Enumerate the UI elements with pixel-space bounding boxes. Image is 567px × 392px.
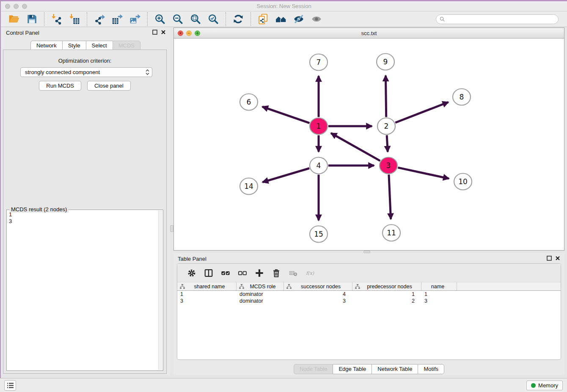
- table-panel-tabs: Node TableEdge TableNetwork TableMotifs: [173, 364, 564, 374]
- graph-node-4[interactable]: 4: [310, 157, 328, 174]
- graph-node-1[interactable]: 1: [310, 118, 328, 135]
- column-header-shared-name[interactable]: shared name: [177, 282, 237, 290]
- node-label: 4: [317, 161, 321, 170]
- save-floppy-icon: [26, 14, 37, 25]
- table-row[interactable]: 3dominator323: [177, 298, 561, 304]
- control-panel-header: Control Panel: [1, 27, 170, 38]
- search-input[interactable]: [447, 16, 555, 22]
- node-label: 14: [244, 182, 253, 190]
- graph-edge-2-8[interactable]: [395, 102, 448, 123]
- memory-status-icon: [531, 383, 536, 388]
- tab-edge-table[interactable]: Edge Table: [333, 364, 372, 374]
- graph-node-9[interactable]: 9: [377, 54, 394, 70]
- toolbar-separator: [147, 12, 148, 26]
- tab-motifs[interactable]: Motifs: [418, 364, 444, 374]
- mcds-result-list[interactable]: 1 3: [9, 211, 157, 225]
- float-panel-icon[interactable]: [547, 256, 552, 261]
- add-column-button[interactable]: [253, 267, 266, 279]
- new-network-from-selection-button[interactable]: [257, 13, 270, 25]
- close-panel-icon[interactable]: [161, 30, 166, 35]
- table-cell: 2: [352, 298, 421, 304]
- graph-edge-4-14[interactable]: [262, 168, 309, 182]
- export-image-button[interactable]: [129, 13, 141, 25]
- graph-edge-3-10[interactable]: [398, 168, 449, 179]
- network-view-window: × − + scc.txt 7968124314101511: [173, 28, 564, 251]
- import-table-button[interactable]: [68, 13, 81, 25]
- graph-node-7[interactable]: 7: [310, 54, 328, 71]
- unchecked-boxes-icon: [238, 268, 247, 278]
- node-label: 8: [460, 93, 464, 101]
- graph-node-15[interactable]: 15: [310, 226, 328, 243]
- open-session-button[interactable]: [8, 13, 20, 25]
- home-pair-button[interactable]: [275, 13, 287, 25]
- table-row[interactable]: 1dominator411: [177, 291, 561, 298]
- table-cell: 1: [421, 291, 457, 298]
- column-type-icon: [355, 284, 361, 290]
- column-header-successor-nodes[interactable]: successor nodes: [284, 282, 352, 290]
- graph-edge-1-6[interactable]: [262, 107, 309, 123]
- optimization-criterion-select[interactable]: strongly connected component: [20, 67, 152, 77]
- graph-node-6[interactable]: 6: [240, 94, 258, 110]
- column-header-predecessor-nodes[interactable]: predecessor nodes: [352, 282, 421, 290]
- graph-edge-3-11[interactable]: [389, 174, 391, 219]
- column-label: predecessor nodes: [361, 284, 421, 290]
- vertical-splitter-handle[interactable]: [170, 225, 173, 232]
- table-cell: dominator: [237, 291, 284, 298]
- graph-node-14[interactable]: 14: [240, 178, 258, 195]
- node-label: 1: [317, 122, 321, 130]
- table-cell: 3: [177, 298, 237, 304]
- close-panel-icon[interactable]: [555, 256, 560, 261]
- tab-network-table[interactable]: Network Table: [372, 364, 418, 374]
- import-network-button[interactable]: [50, 13, 63, 25]
- show-visual-properties-button[interactable]: [310, 13, 323, 25]
- vertical-splitter[interactable]: [170, 27, 173, 375]
- mcds-tab-content: Optimization criterion: strongly connect…: [3, 50, 167, 374]
- node-label: 6: [247, 98, 251, 106]
- select-all-columns-button[interactable]: [219, 267, 232, 279]
- main-toolbar: [1, 11, 567, 27]
- network-canvas[interactable]: 7968124314101511: [174, 39, 564, 250]
- split-table-button[interactable]: [202, 267, 215, 279]
- graph-node-10[interactable]: 10: [454, 174, 472, 190]
- graph-edge-3-1[interactable]: [331, 133, 380, 161]
- export-image-icon: [129, 14, 140, 25]
- import-table-icon: [69, 14, 80, 25]
- graph-node-3[interactable]: 3: [380, 157, 397, 174]
- table-cell: 1: [352, 291, 421, 298]
- result-scrollbar[interactable]: [158, 210, 162, 370]
- graph-node-11[interactable]: 11: [383, 225, 400, 241]
- zoom-in-button[interactable]: [154, 13, 166, 25]
- zoom-out-button[interactable]: [171, 13, 184, 25]
- search-icon: [440, 17, 445, 22]
- float-panel-icon[interactable]: [152, 30, 157, 35]
- show-panels-button[interactable]: [4, 380, 16, 391]
- apply-layout-button[interactable]: [232, 13, 245, 25]
- delete-column-button[interactable]: [270, 267, 283, 279]
- export-network-button[interactable]: [93, 13, 106, 25]
- toolbar-separator: [250, 12, 251, 26]
- graph-edge-2-9[interactable]: [385, 75, 386, 117]
- unselect-all-columns-button[interactable]: [236, 267, 249, 279]
- table-settings-button[interactable]: [185, 267, 198, 279]
- graph-edge-2-3[interactable]: [387, 135, 388, 152]
- close-panel-button[interactable]: Close panel: [87, 81, 131, 91]
- hide-visual-properties-button[interactable]: [292, 13, 305, 25]
- column-header-name[interactable]: name: [421, 282, 457, 290]
- zoom-selected-button[interactable]: [207, 13, 220, 25]
- network-window-titlebar[interactable]: × − + scc.txt: [174, 28, 564, 39]
- import-network-icon: [51, 14, 62, 25]
- graph-node-8[interactable]: 8: [453, 89, 471, 105]
- delete-table-button[interactable]: [287, 267, 300, 279]
- tab-node-table[interactable]: Node Table: [294, 364, 333, 374]
- run-mcds-button[interactable]: Run MCDS: [39, 81, 81, 91]
- column-label: MCDS role: [245, 284, 284, 290]
- memory-button[interactable]: Memory: [526, 381, 563, 390]
- function-builder-button[interactable]: f(x): [304, 267, 317, 279]
- column-header-mcds-role[interactable]: MCDS role: [237, 282, 284, 290]
- save-session-button[interactable]: [25, 13, 38, 25]
- graph-node-2[interactable]: 2: [377, 118, 395, 135]
- column-label: name: [421, 284, 457, 290]
- export-table-button[interactable]: [111, 13, 124, 25]
- toolbar-separator: [226, 12, 226, 26]
- zoom-fit-button[interactable]: [189, 13, 202, 25]
